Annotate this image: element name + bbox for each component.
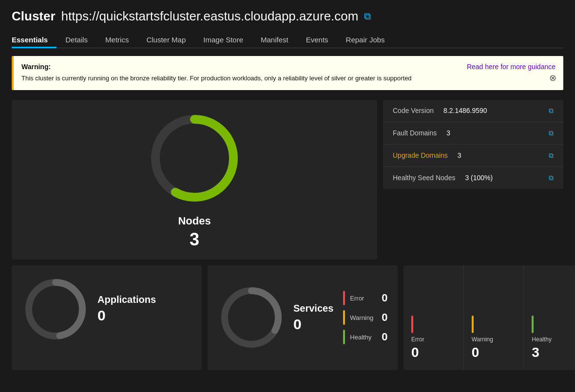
services-healthy-value: 0 bbox=[382, 331, 387, 343]
bottom-grid: Applications 0 Services 0 Error bbox=[12, 265, 563, 370]
nodes-healthy-value: 3 bbox=[532, 345, 539, 360]
applications-count: 0 bbox=[97, 307, 156, 324]
services-healthy-label: Healthy bbox=[350, 334, 377, 341]
nodes-healthy-label: Healthy bbox=[532, 336, 552, 343]
services-warning-label: Warning bbox=[350, 314, 377, 321]
services-warning-row: Warning 0 bbox=[343, 310, 387, 325]
fault-domains-left: Fault Domains 3 bbox=[393, 129, 450, 137]
warning-message: This cluster is currently running on the… bbox=[21, 74, 556, 83]
healthy-seed-nodes-row: Healthy Seed Nodes 3 (100%) ⧉ bbox=[383, 167, 563, 189]
healthy-seed-nodes-left: Healthy Seed Nodes 3 (100%) bbox=[393, 174, 493, 182]
info-panel: Code Version 8.2.1486.9590 ⧉ Fault Domai… bbox=[383, 100, 563, 189]
upgrade-domains-row: Upgrade Domains 3 ⧉ bbox=[383, 145, 563, 167]
warning-header: Warning: Read here for more guidance bbox=[21, 63, 556, 71]
healthy-seed-nodes-copy-icon[interactable]: ⧉ bbox=[549, 174, 554, 182]
code-version-label: Code Version bbox=[393, 107, 434, 114]
applications-panel: Applications 0 bbox=[12, 265, 202, 370]
cluster-title-row: Cluster https://quickstartsfcluster.east… bbox=[12, 9, 563, 24]
code-version-left: Code Version 8.2.1486.9590 bbox=[393, 107, 487, 114]
services-healthy-row: Healthy 0 bbox=[343, 330, 387, 344]
services-title-area: Services 0 bbox=[293, 303, 333, 333]
applications-donut-chart bbox=[21, 275, 90, 343]
upgrade-domains-value: 3 bbox=[458, 151, 461, 159]
services-warning-bar bbox=[343, 310, 345, 325]
services-donut-svg bbox=[217, 283, 286, 352]
nodes-error-bar bbox=[411, 316, 413, 333]
fault-domains-copy-icon[interactable]: ⧉ bbox=[549, 129, 554, 137]
code-version-copy-icon[interactable]: ⧉ bbox=[549, 107, 554, 115]
nodes-donut-svg bbox=[146, 110, 243, 207]
main-content: Warning: Read here for more guidance Thi… bbox=[0, 48, 575, 378]
services-error-value: 0 bbox=[382, 292, 387, 304]
nodes-count: 3 bbox=[190, 229, 199, 250]
services-donut-chart bbox=[217, 283, 286, 352]
healthy-seed-nodes-label: Healthy Seed Nodes bbox=[393, 174, 455, 182]
tab-metrics[interactable]: Metrics bbox=[96, 32, 137, 48]
tab-details[interactable]: Details bbox=[57, 32, 96, 48]
services-error-bar bbox=[343, 291, 345, 305]
services-count: 0 bbox=[293, 316, 333, 333]
main-nav: Essentials Details Metrics Cluster Map I… bbox=[12, 32, 563, 48]
tab-manifest[interactable]: Manifest bbox=[252, 32, 297, 48]
warning-banner: Warning: Read here for more guidance Thi… bbox=[12, 56, 563, 90]
services-warning-value: 0 bbox=[382, 311, 387, 324]
cluster-label: Cluster bbox=[12, 9, 56, 24]
nodes-donut-chart bbox=[146, 110, 243, 207]
services-healthy-bar bbox=[343, 330, 345, 344]
nodes-error-section: Error 0 bbox=[403, 265, 464, 370]
services-label: Services bbox=[293, 303, 333, 314]
applications-label: Applications bbox=[97, 294, 156, 305]
tab-image-store[interactable]: Image Store bbox=[194, 32, 252, 48]
tab-repair-jobs[interactable]: Repair Jobs bbox=[337, 32, 394, 48]
services-stats: Error 0 Warning 0 Healthy 0 bbox=[343, 291, 387, 344]
upgrade-domains-label: Upgrade Domains bbox=[393, 151, 448, 159]
nodes-healthy-bar bbox=[532, 316, 534, 333]
nodes-label: Nodes bbox=[178, 215, 211, 227]
dashboard-top-grid: Code Version 8.2.1486.9590 ⧉ Fault Domai… bbox=[12, 100, 563, 260]
code-version-row: Code Version 8.2.1486.9590 ⧉ bbox=[383, 100, 563, 122]
applications-donut-svg bbox=[21, 275, 90, 343]
fault-domains-row: Fault Domains 3 ⧉ bbox=[383, 122, 563, 145]
services-panel: Services 0 Error 0 Warning 0 Healthy 0 bbox=[208, 265, 398, 370]
nodes-warning-value: 0 bbox=[472, 345, 479, 360]
tab-events[interactable]: Events bbox=[297, 32, 337, 48]
nodes-warning-bar bbox=[472, 316, 474, 333]
tab-cluster-map[interactable]: Cluster Map bbox=[137, 32, 194, 48]
nodes-error-value: 0 bbox=[411, 345, 419, 360]
nodes-bottom-panel: Error 0 Warning 0 Healthy 3 bbox=[403, 265, 575, 370]
nodes-error-label: Error bbox=[411, 336, 424, 343]
warning-close-button[interactable]: ⊗ bbox=[549, 73, 556, 83]
nodes-healthy-section: Healthy 3 bbox=[524, 265, 575, 370]
nodes-panel: Nodes 3 bbox=[12, 100, 377, 260]
fault-domains-value: 3 bbox=[446, 129, 450, 137]
copy-url-icon[interactable]: ⧉ bbox=[364, 11, 371, 22]
applications-title-area: Applications 0 bbox=[97, 294, 156, 324]
fault-domains-label: Fault Domains bbox=[393, 129, 437, 137]
nodes-warning-section: Warning 0 bbox=[464, 265, 524, 370]
applications-inner: Applications 0 bbox=[21, 275, 192, 343]
warning-title: Warning: bbox=[21, 63, 51, 71]
upgrade-domains-left: Upgrade Domains 3 bbox=[393, 151, 461, 159]
tab-essentials[interactable]: Essentials bbox=[12, 32, 57, 48]
warning-link[interactable]: Read here for more guidance bbox=[467, 63, 556, 71]
services-error-row: Error 0 bbox=[343, 291, 387, 305]
code-version-value: 8.2.1486.9590 bbox=[443, 107, 487, 114]
cluster-url: https://quickstartsfcluster.eastus.cloud… bbox=[61, 9, 359, 24]
services-error-label: Error bbox=[350, 295, 377, 302]
healthy-seed-nodes-value: 3 (100%) bbox=[465, 174, 493, 182]
page-header: Cluster https://quickstartsfcluster.east… bbox=[0, 0, 575, 48]
nodes-warning-label: Warning bbox=[472, 336, 493, 343]
upgrade-domains-copy-icon[interactable]: ⧉ bbox=[549, 151, 554, 160]
